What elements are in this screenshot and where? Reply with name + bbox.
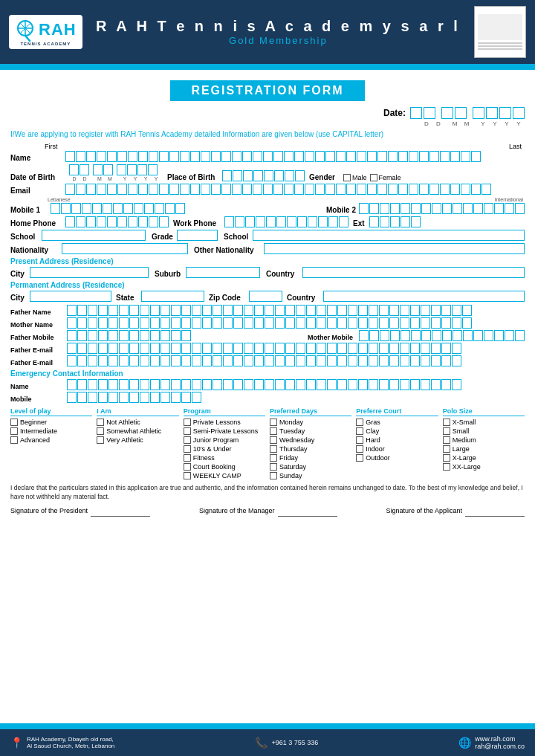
logo-text: RAH bbox=[39, 20, 77, 39]
emergency-name-chars bbox=[67, 379, 525, 390]
date-m2[interactable] bbox=[455, 107, 467, 119]
day-thu-cb[interactable] bbox=[270, 445, 277, 453]
fathermobile-label: Father Mobile bbox=[10, 334, 64, 341]
grade-label: Grade bbox=[152, 233, 174, 241]
female-checkbox[interactable] bbox=[370, 174, 377, 181]
name-row: Name bbox=[10, 151, 525, 162]
sig-applicant: Signature of the Applicant bbox=[386, 505, 525, 517]
sig-president-label: Signature of the President bbox=[10, 507, 88, 514]
perm-country-input[interactable] bbox=[323, 291, 525, 302]
court-clay-cb[interactable] bbox=[356, 427, 363, 435]
sig-manager-label: Signature of the Manager bbox=[199, 507, 275, 514]
state-input[interactable] bbox=[141, 291, 204, 302]
date-y2[interactable] bbox=[486, 107, 498, 119]
day-tue-cb[interactable] bbox=[270, 427, 277, 435]
date-boxes bbox=[410, 107, 525, 119]
header-title: R A H T e n n i s A c a d e m y s a r l … bbox=[82, 18, 474, 46]
program-court-cb[interactable] bbox=[184, 463, 191, 471]
date-m1[interactable] bbox=[441, 107, 453, 119]
grade-input[interactable] bbox=[177, 230, 218, 241]
form-title: REGISTRATION FORM bbox=[170, 80, 364, 101]
emergency-name-label: Name bbox=[10, 383, 64, 390]
day-sat-cb[interactable] bbox=[270, 463, 277, 471]
bottom-section: Level of play Beginner Intermediate Adva… bbox=[10, 407, 525, 481]
school2-input[interactable] bbox=[253, 230, 525, 241]
present-country-label: Country bbox=[266, 270, 299, 278]
footer-web-item: 🌐 www.rah.com rah@rah.com.co bbox=[458, 735, 525, 750]
polosize-section: Polo Size X-Small Small Medium Large bbox=[443, 407, 525, 481]
mother-name-row: Mother Name bbox=[10, 317, 525, 329]
permanent-address-row: City State Zip Code Country bbox=[10, 291, 525, 302]
iam-title: I Am bbox=[97, 407, 178, 416]
mobile-row: Mobile 1 Mobile 2 bbox=[10, 203, 525, 214]
date-y1[interactable] bbox=[473, 107, 484, 119]
polo-xxl-cb[interactable] bbox=[443, 463, 450, 471]
iam-notath-cb[interactable] bbox=[97, 419, 104, 426]
day-mon-cb[interactable] bbox=[270, 419, 277, 426]
suburb-input[interactable] bbox=[186, 267, 260, 278]
date-y4[interactable] bbox=[513, 107, 525, 119]
program-private-cb[interactable] bbox=[184, 419, 191, 426]
polo-s-cb[interactable] bbox=[443, 427, 450, 435]
name-chars bbox=[65, 151, 525, 162]
emergency-name-row: Name bbox=[10, 379, 525, 390]
date-row: Date: bbox=[10, 107, 525, 119]
female-label: Female bbox=[379, 174, 401, 181]
court-indoor-cb[interactable] bbox=[356, 445, 363, 453]
day-fri-cb[interactable] bbox=[270, 454, 277, 462]
zipcode-input[interactable] bbox=[249, 291, 282, 302]
mobile2-label: Mobile 2 bbox=[319, 206, 356, 214]
permanent-address-title: Permanent Address (Residence) bbox=[10, 281, 525, 289]
fatheremail2-chars bbox=[67, 355, 525, 366]
court-hard-cb[interactable] bbox=[356, 436, 363, 444]
mobile2-sublabel: International bbox=[494, 197, 523, 202]
iam-somewhat-cb[interactable] bbox=[97, 427, 104, 435]
emergency-mobile-chars bbox=[67, 392, 201, 403]
level-advanced-cb[interactable] bbox=[10, 436, 18, 444]
court-gras-cb[interactable] bbox=[356, 419, 363, 426]
level-beginner-cb[interactable] bbox=[10, 419, 18, 426]
school2-label: School bbox=[224, 233, 250, 241]
present-address-row: City Suburb Country bbox=[10, 267, 525, 278]
level-intermediate-cb[interactable] bbox=[10, 427, 18, 435]
perm-city-label: City bbox=[10, 294, 27, 302]
level-title: Level of play bbox=[10, 407, 92, 416]
email-label: Email bbox=[10, 187, 62, 195]
level-intermediate: Intermediate bbox=[10, 427, 92, 435]
court-outdoor-cb[interactable] bbox=[356, 454, 363, 462]
polo-xl-cb[interactable] bbox=[443, 454, 450, 462]
day-wed-cb[interactable] bbox=[270, 436, 277, 444]
program-10sunder-cb[interactable] bbox=[184, 445, 191, 453]
othernationality-label: Other Nationality bbox=[194, 246, 261, 254]
iam-very-cb[interactable] bbox=[97, 436, 104, 444]
perm-country-label: Country bbox=[287, 294, 320, 302]
prefdays-title: Preferred Days bbox=[270, 407, 351, 416]
fathername-chars bbox=[67, 305, 525, 316]
perm-city-input[interactable] bbox=[30, 291, 111, 302]
date-d1[interactable] bbox=[410, 107, 422, 119]
fatheremail2-label: Father E-mail bbox=[10, 359, 64, 366]
date-y3[interactable] bbox=[499, 107, 511, 119]
level-advanced: Advanced bbox=[10, 436, 92, 444]
day-sun-cb[interactable] bbox=[270, 472, 277, 479]
program-semiprivate-cb[interactable] bbox=[184, 427, 191, 435]
male-checkbox[interactable] bbox=[343, 174, 351, 181]
program-weekly-cb[interactable] bbox=[184, 472, 191, 479]
present-city-input[interactable] bbox=[30, 267, 149, 278]
polo-xs-cb[interactable] bbox=[443, 419, 450, 426]
polo-l-cb[interactable] bbox=[443, 445, 450, 453]
mobile1-label: Mobile 1 bbox=[10, 206, 48, 214]
date-d2[interactable] bbox=[424, 107, 435, 119]
nationality-input[interactable] bbox=[62, 243, 188, 254]
school-input[interactable] bbox=[42, 230, 146, 241]
prefdays-section: Preferred Days Monday Tuesday Wednesday … bbox=[270, 407, 351, 481]
fatheremail1-label: Father E-mail bbox=[10, 346, 64, 354]
polo-m-cb[interactable] bbox=[443, 436, 450, 444]
present-address-title: Present Address (Residence) bbox=[10, 257, 525, 265]
fatheremail1-chars bbox=[67, 343, 525, 354]
program-title: Program bbox=[184, 407, 265, 416]
program-fitness-cb[interactable] bbox=[184, 454, 191, 462]
present-country-input[interactable] bbox=[302, 267, 525, 278]
program-junior-cb[interactable] bbox=[184, 436, 191, 444]
othernationality-input[interactable] bbox=[264, 243, 525, 254]
